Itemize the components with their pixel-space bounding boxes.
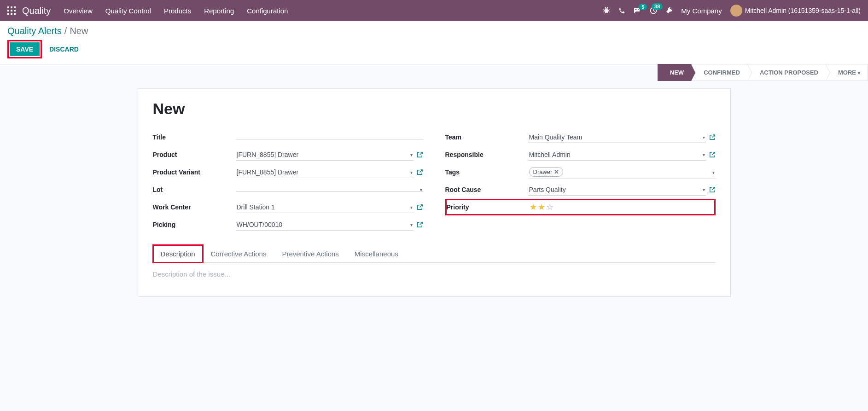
label-team: Team bbox=[445, 133, 528, 141]
field-team[interactable]: Main Quality Team▾ bbox=[528, 132, 706, 143]
control-panel: Quality Alerts / New SAVE DISCARD bbox=[0, 21, 868, 64]
field-rootcause[interactable]: Parts Quality▾ bbox=[528, 184, 706, 196]
field-responsible[interactable]: Mitchell Admin▾ bbox=[528, 149, 706, 161]
svg-rect-3 bbox=[7, 10, 9, 12]
priority-row-highlight: Priority ★ ★ ☆ bbox=[445, 199, 716, 215]
field-lot[interactable]: ▾ bbox=[236, 188, 423, 192]
menu-quality-control[interactable]: Quality Control bbox=[105, 7, 151, 15]
messages-icon[interactable]: 5 bbox=[634, 7, 641, 14]
star-icon[interactable]: ★ bbox=[530, 202, 537, 212]
form-col-right: Team Main Quality Team▾ Responsible Mitc… bbox=[445, 129, 716, 234]
form-col-left: Title Product [FURN_8855] Drawer▾ bbox=[153, 129, 423, 234]
user-name: Mitchell Admin (16151359-saas-15-1-all) bbox=[745, 7, 861, 14]
chevron-down-icon: ▾ bbox=[410, 222, 413, 227]
tab-misc[interactable]: Miscellaneous bbox=[347, 245, 406, 263]
field-title[interactable] bbox=[236, 135, 423, 139]
field-variant[interactable]: [FURN_8855] Drawer▾ bbox=[236, 167, 414, 178]
form-sheet: New Title Product [FURN_8855] Drawer▾ bbox=[138, 88, 731, 297]
label-workcenter: Work Center bbox=[153, 203, 236, 211]
svg-rect-0 bbox=[7, 6, 9, 8]
star-icon[interactable]: ★ bbox=[538, 202, 545, 212]
tag-chip[interactable]: Drawer✕ bbox=[529, 167, 564, 177]
apps-icon[interactable] bbox=[7, 6, 16, 15]
field-picking[interactable]: WH/OUT/00010▾ bbox=[236, 219, 414, 231]
avatar bbox=[730, 5, 742, 17]
external-link-icon[interactable] bbox=[416, 204, 423, 211]
external-link-icon[interactable] bbox=[416, 169, 423, 176]
control-buttons: SAVE DISCARD bbox=[7, 40, 861, 58]
bug-icon[interactable] bbox=[603, 7, 610, 14]
svg-rect-1 bbox=[11, 6, 12, 8]
field-product[interactable]: [FURN_8855] Drawer▾ bbox=[236, 149, 414, 161]
svg-rect-5 bbox=[14, 10, 16, 12]
statusbar: NEW CONFIRMED ACTION PROPOSED MORE▾ bbox=[658, 64, 868, 81]
main-menu: Overview Quality Control Products Report… bbox=[64, 7, 603, 15]
svg-rect-8 bbox=[14, 13, 16, 15]
form-container: New Title Product [FURN_8855] Drawer▾ bbox=[130, 88, 738, 297]
app-brand[interactable]: Quality bbox=[22, 6, 51, 16]
tab-preventive[interactable]: Preventive Actions bbox=[274, 245, 346, 263]
star-icon[interactable]: ☆ bbox=[546, 202, 553, 212]
chevron-down-icon: ▾ bbox=[712, 169, 715, 174]
chevron-down-icon: ▾ bbox=[703, 152, 705, 157]
breadcrumb-current: New bbox=[70, 26, 88, 36]
label-responsible: Responsible bbox=[445, 151, 528, 158]
navbar: Quality Overview Quality Control Product… bbox=[0, 0, 868, 21]
tab-description[interactable]: Description bbox=[153, 245, 203, 263]
label-lot: Lot bbox=[153, 186, 236, 193]
label-title: Title bbox=[153, 133, 236, 141]
save-button[interactable]: SAVE bbox=[10, 42, 40, 56]
tab-corrective[interactable]: Corrective Actions bbox=[203, 245, 274, 263]
chevron-down-icon: ▾ bbox=[420, 187, 422, 192]
menu-products[interactable]: Products bbox=[164, 7, 191, 15]
tab-content: Description of the issue... bbox=[153, 263, 716, 285]
status-new[interactable]: NEW bbox=[658, 64, 692, 81]
menu-configuration[interactable]: Configuration bbox=[247, 7, 288, 15]
label-product: Product bbox=[153, 151, 236, 158]
navbar-right: 5 38 My Company Mitchell Admin (16151359… bbox=[603, 5, 861, 17]
status-action-proposed[interactable]: ACTION PROPOSED bbox=[748, 64, 826, 81]
external-link-icon[interactable] bbox=[709, 186, 716, 193]
field-tags[interactable]: Drawer✕ ▾ bbox=[528, 165, 716, 179]
label-rootcause: Root Cause bbox=[445, 186, 528, 193]
activities-icon[interactable]: 38 bbox=[650, 7, 657, 14]
label-variant: Product Variant bbox=[153, 168, 236, 176]
external-link-icon[interactable] bbox=[709, 151, 716, 158]
chevron-down-icon: ▾ bbox=[410, 169, 413, 174]
field-workcenter[interactable]: Drill Station 1▾ bbox=[236, 202, 414, 213]
label-priority: Priority bbox=[447, 203, 530, 211]
field-priority[interactable]: ★ ★ ☆ bbox=[530, 202, 553, 212]
chevron-down-icon: ▾ bbox=[410, 204, 413, 209]
breadcrumb-sep: / bbox=[64, 26, 67, 36]
user-menu[interactable]: Mitchell Admin (16151359-saas-15-1-all) bbox=[730, 5, 861, 17]
status-more[interactable]: MORE▾ bbox=[826, 64, 868, 81]
description-editor[interactable]: Description of the issue... bbox=[153, 270, 716, 278]
svg-point-11 bbox=[636, 9, 637, 10]
form-grid: Title Product [FURN_8855] Drawer▾ bbox=[153, 129, 716, 234]
svg-rect-4 bbox=[11, 10, 12, 12]
external-link-icon[interactable] bbox=[416, 151, 423, 158]
external-link-icon[interactable] bbox=[416, 221, 423, 228]
svg-rect-7 bbox=[11, 13, 12, 15]
svg-point-9 bbox=[605, 9, 608, 12]
phone-icon[interactable] bbox=[618, 7, 625, 14]
remove-tag-icon[interactable]: ✕ bbox=[554, 168, 559, 175]
svg-rect-6 bbox=[7, 13, 9, 15]
discard-button[interactable]: DISCARD bbox=[49, 46, 79, 53]
chevron-down-icon: ▾ bbox=[858, 70, 860, 75]
chevron-down-icon: ▾ bbox=[410, 152, 413, 157]
external-link-icon[interactable] bbox=[709, 134, 716, 141]
menu-reporting[interactable]: Reporting bbox=[204, 7, 234, 15]
svg-point-12 bbox=[638, 9, 639, 10]
status-confirmed[interactable]: CONFIRMED bbox=[692, 64, 748, 81]
breadcrumb-parent[interactable]: Quality Alerts bbox=[7, 26, 62, 36]
svg-point-10 bbox=[635, 9, 636, 10]
breadcrumb: Quality Alerts / New bbox=[7, 26, 861, 36]
menu-overview[interactable]: Overview bbox=[64, 7, 93, 15]
company-switcher[interactable]: My Company bbox=[681, 7, 722, 15]
tools-icon[interactable] bbox=[665, 7, 673, 14]
label-tags: Tags bbox=[445, 168, 528, 176]
activities-badge: 38 bbox=[652, 3, 663, 10]
label-picking: Picking bbox=[153, 221, 236, 228]
messages-badge: 5 bbox=[639, 4, 647, 10]
